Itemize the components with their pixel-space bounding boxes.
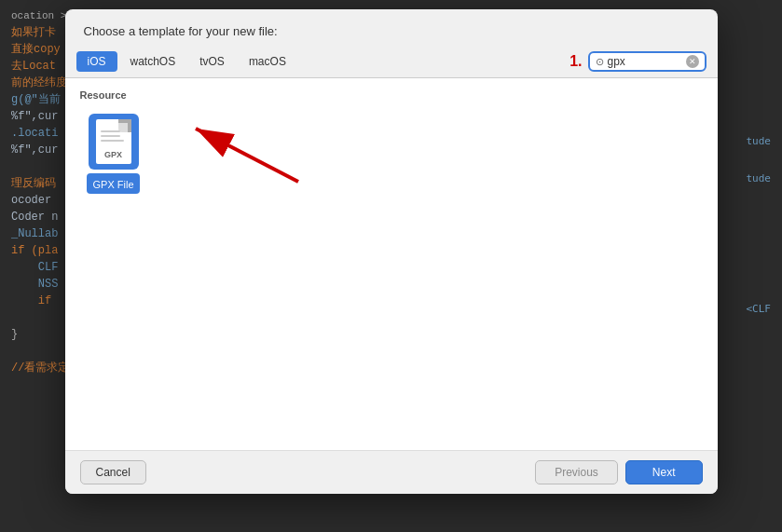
previous-button[interactable]: Previous <box>535 460 618 484</box>
button-group: Previous Next <box>535 460 702 484</box>
dialog-overlay: Choose a template for your new file: iOS… <box>0 0 782 532</box>
template-chooser-dialog: Choose a template for your new file: iOS… <box>65 9 718 494</box>
file-item-gpx[interactable]: GPX GPX File <box>80 114 147 194</box>
content-area: Resource GPX GPX File <box>65 78 718 450</box>
search-box: ⊙ ✕ <box>588 51 707 72</box>
search-icon: ⊙ <box>596 56 604 68</box>
tab-ios[interactable]: iOS <box>76 51 117 72</box>
file-label: GPX File <box>92 179 133 190</box>
file-icon-wrapper: GPX <box>89 114 139 170</box>
tab-watchos[interactable]: watchOS <box>119 51 187 72</box>
code-right-1: tude <box>747 135 772 147</box>
tab-tvos[interactable]: tvOS <box>188 51 236 72</box>
tab-bar: iOS watchOS tvOS macOS 1. ⊙ ✕ <box>65 46 718 78</box>
code-right-2: tude <box>747 172 772 184</box>
section-label: Resource <box>80 89 703 101</box>
search-clear-button[interactable]: ✕ <box>686 55 699 68</box>
file-icon-page: GPX <box>96 119 131 164</box>
dialog-title: Choose a template for your new file: <box>65 9 718 46</box>
search-number-label: 1. <box>569 53 582 70</box>
file-grid: GPX GPX File <box>80 110 703 198</box>
tab-group: iOS watchOS tvOS macOS <box>76 51 297 72</box>
bottom-bar: Cancel Previous Next <box>65 450 718 494</box>
search-wrapper: 1. ⊙ ✕ <box>569 51 706 72</box>
file-type-text: GPX <box>104 150 122 159</box>
tab-macos[interactable]: macOS <box>238 51 297 72</box>
cancel-button[interactable]: Cancel <box>80 460 146 484</box>
file-label-bg: GPX File <box>87 173 139 194</box>
next-button[interactable]: Next <box>625 460 703 484</box>
code-right-3: <CLF <box>747 303 772 315</box>
search-input[interactable] <box>608 55 682 68</box>
